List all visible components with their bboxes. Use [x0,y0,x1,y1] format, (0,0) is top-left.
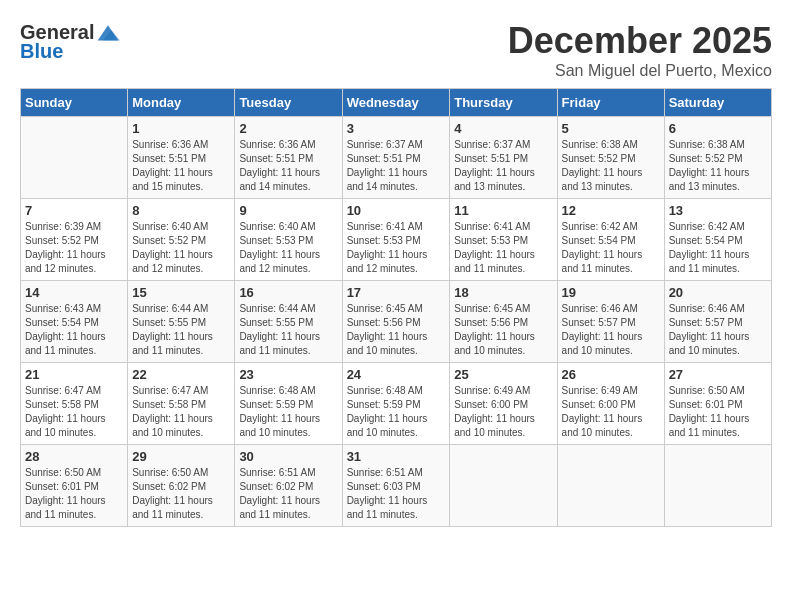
calendar-cell: 7Sunrise: 6:39 AM Sunset: 5:52 PM Daylig… [21,199,128,281]
calendar-cell: 16Sunrise: 6:44 AM Sunset: 5:55 PM Dayli… [235,281,342,363]
day-info: Sunrise: 6:36 AM Sunset: 5:51 PM Dayligh… [132,138,230,194]
day-number: 21 [25,367,123,382]
weekday-header-cell: Wednesday [342,89,450,117]
day-number: 1 [132,121,230,136]
day-number: 12 [562,203,660,218]
day-number: 30 [239,449,337,464]
page-header: General Blue December 2025 San Miguel de… [20,20,772,80]
calendar-cell: 18Sunrise: 6:45 AM Sunset: 5:56 PM Dayli… [450,281,557,363]
calendar-cell: 8Sunrise: 6:40 AM Sunset: 5:52 PM Daylig… [128,199,235,281]
calendar-cell: 20Sunrise: 6:46 AM Sunset: 5:57 PM Dayli… [664,281,771,363]
day-info: Sunrise: 6:41 AM Sunset: 5:53 PM Dayligh… [454,220,552,276]
calendar-cell: 11Sunrise: 6:41 AM Sunset: 5:53 PM Dayli… [450,199,557,281]
calendar-cell: 12Sunrise: 6:42 AM Sunset: 5:54 PM Dayli… [557,199,664,281]
day-number: 17 [347,285,446,300]
day-info: Sunrise: 6:44 AM Sunset: 5:55 PM Dayligh… [132,302,230,358]
weekday-header-cell: Tuesday [235,89,342,117]
calendar-cell [557,445,664,527]
day-info: Sunrise: 6:40 AM Sunset: 5:53 PM Dayligh… [239,220,337,276]
day-info: Sunrise: 6:48 AM Sunset: 5:59 PM Dayligh… [347,384,446,440]
day-number: 19 [562,285,660,300]
weekday-header-cell: Thursday [450,89,557,117]
day-info: Sunrise: 6:47 AM Sunset: 5:58 PM Dayligh… [132,384,230,440]
day-info: Sunrise: 6:50 AM Sunset: 6:01 PM Dayligh… [669,384,767,440]
day-number: 15 [132,285,230,300]
location-title: San Miguel del Puerto, Mexico [508,62,772,80]
month-title: December 2025 [508,20,772,62]
calendar-week-row: 14Sunrise: 6:43 AM Sunset: 5:54 PM Dayli… [21,281,772,363]
calendar-cell: 10Sunrise: 6:41 AM Sunset: 5:53 PM Dayli… [342,199,450,281]
calendar-cell: 23Sunrise: 6:48 AM Sunset: 5:59 PM Dayli… [235,363,342,445]
day-number: 7 [25,203,123,218]
day-number: 20 [669,285,767,300]
calendar-table: SundayMondayTuesdayWednesdayThursdayFrid… [20,88,772,527]
day-number: 14 [25,285,123,300]
title-block: December 2025 San Miguel del Puerto, Mex… [508,20,772,80]
day-number: 11 [454,203,552,218]
day-number: 6 [669,121,767,136]
calendar-cell: 29Sunrise: 6:50 AM Sunset: 6:02 PM Dayli… [128,445,235,527]
calendar-cell: 2Sunrise: 6:36 AM Sunset: 5:51 PM Daylig… [235,117,342,199]
day-info: Sunrise: 6:50 AM Sunset: 6:01 PM Dayligh… [25,466,123,522]
day-number: 8 [132,203,230,218]
day-number: 22 [132,367,230,382]
day-info: Sunrise: 6:48 AM Sunset: 5:59 PM Dayligh… [239,384,337,440]
calendar-cell [664,445,771,527]
day-number: 13 [669,203,767,218]
day-info: Sunrise: 6:36 AM Sunset: 5:51 PM Dayligh… [239,138,337,194]
weekday-header-cell: Monday [128,89,235,117]
day-number: 24 [347,367,446,382]
calendar-cell: 22Sunrise: 6:47 AM Sunset: 5:58 PM Dayli… [128,363,235,445]
day-info: Sunrise: 6:37 AM Sunset: 5:51 PM Dayligh… [454,138,552,194]
calendar-cell [450,445,557,527]
day-info: Sunrise: 6:46 AM Sunset: 5:57 PM Dayligh… [669,302,767,358]
day-number: 9 [239,203,337,218]
day-number: 25 [454,367,552,382]
logo-icon [96,20,120,44]
calendar-cell: 4Sunrise: 6:37 AM Sunset: 5:51 PM Daylig… [450,117,557,199]
day-number: 27 [669,367,767,382]
day-number: 10 [347,203,446,218]
day-number: 18 [454,285,552,300]
day-info: Sunrise: 6:38 AM Sunset: 5:52 PM Dayligh… [562,138,660,194]
day-info: Sunrise: 6:49 AM Sunset: 6:00 PM Dayligh… [454,384,552,440]
day-number: 16 [239,285,337,300]
calendar-week-row: 21Sunrise: 6:47 AM Sunset: 5:58 PM Dayli… [21,363,772,445]
day-info: Sunrise: 6:51 AM Sunset: 6:02 PM Dayligh… [239,466,337,522]
calendar-cell: 25Sunrise: 6:49 AM Sunset: 6:00 PM Dayli… [450,363,557,445]
calendar-cell: 27Sunrise: 6:50 AM Sunset: 6:01 PM Dayli… [664,363,771,445]
day-number: 26 [562,367,660,382]
calendar-cell: 9Sunrise: 6:40 AM Sunset: 5:53 PM Daylig… [235,199,342,281]
calendar-cell: 24Sunrise: 6:48 AM Sunset: 5:59 PM Dayli… [342,363,450,445]
day-info: Sunrise: 6:42 AM Sunset: 5:54 PM Dayligh… [669,220,767,276]
calendar-cell: 3Sunrise: 6:37 AM Sunset: 5:51 PM Daylig… [342,117,450,199]
weekday-header-row: SundayMondayTuesdayWednesdayThursdayFrid… [21,89,772,117]
day-info: Sunrise: 6:40 AM Sunset: 5:52 PM Dayligh… [132,220,230,276]
calendar-cell: 1Sunrise: 6:36 AM Sunset: 5:51 PM Daylig… [128,117,235,199]
day-info: Sunrise: 6:51 AM Sunset: 6:03 PM Dayligh… [347,466,446,522]
weekday-header-cell: Saturday [664,89,771,117]
day-number: 23 [239,367,337,382]
day-info: Sunrise: 6:45 AM Sunset: 5:56 PM Dayligh… [454,302,552,358]
calendar-cell: 30Sunrise: 6:51 AM Sunset: 6:02 PM Dayli… [235,445,342,527]
day-info: Sunrise: 6:46 AM Sunset: 5:57 PM Dayligh… [562,302,660,358]
logo-blue: Blue [20,40,63,63]
weekday-header-cell: Friday [557,89,664,117]
calendar-cell: 19Sunrise: 6:46 AM Sunset: 5:57 PM Dayli… [557,281,664,363]
day-info: Sunrise: 6:47 AM Sunset: 5:58 PM Dayligh… [25,384,123,440]
logo: General Blue [20,20,120,63]
day-info: Sunrise: 6:45 AM Sunset: 5:56 PM Dayligh… [347,302,446,358]
calendar-cell: 15Sunrise: 6:44 AM Sunset: 5:55 PM Dayli… [128,281,235,363]
day-info: Sunrise: 6:41 AM Sunset: 5:53 PM Dayligh… [347,220,446,276]
day-number: 28 [25,449,123,464]
day-info: Sunrise: 6:49 AM Sunset: 6:00 PM Dayligh… [562,384,660,440]
calendar-week-row: 1Sunrise: 6:36 AM Sunset: 5:51 PM Daylig… [21,117,772,199]
calendar-week-row: 28Sunrise: 6:50 AM Sunset: 6:01 PM Dayli… [21,445,772,527]
calendar-cell: 26Sunrise: 6:49 AM Sunset: 6:00 PM Dayli… [557,363,664,445]
day-number: 4 [454,121,552,136]
calendar-cell: 28Sunrise: 6:50 AM Sunset: 6:01 PM Dayli… [21,445,128,527]
calendar-cell: 13Sunrise: 6:42 AM Sunset: 5:54 PM Dayli… [664,199,771,281]
day-number: 3 [347,121,446,136]
day-info: Sunrise: 6:42 AM Sunset: 5:54 PM Dayligh… [562,220,660,276]
day-info: Sunrise: 6:43 AM Sunset: 5:54 PM Dayligh… [25,302,123,358]
